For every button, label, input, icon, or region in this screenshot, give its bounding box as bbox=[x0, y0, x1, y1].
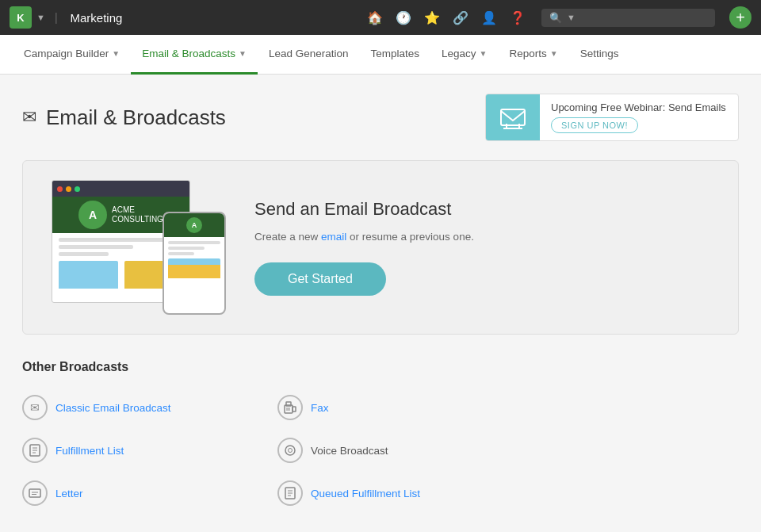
person-icon[interactable]: 👤 bbox=[481, 10, 497, 25]
page-header-row: ✉ Email & Broadcasts Upcoming Free Webin… bbox=[22, 94, 739, 141]
lead-generation-label: Lead Generation bbox=[269, 48, 349, 59]
app-name: Marketing bbox=[71, 11, 123, 25]
desktop-company-name: ACMECONSULTING bbox=[112, 205, 163, 224]
hero-subtitle: Create a new email or resume a previous … bbox=[254, 229, 709, 245]
mobile-line-2 bbox=[168, 247, 205, 250]
fulfillment-list-label[interactable]: Fulfillment List bbox=[55, 445, 124, 457]
logo-caret-icon[interactable]: ▼ bbox=[36, 13, 45, 22]
hero-subtitle-after: or resume a previous one. bbox=[346, 231, 474, 243]
search-input[interactable] bbox=[580, 12, 707, 24]
reports-label: Reports bbox=[509, 48, 546, 59]
campaign-builder-label: Campaign Builder bbox=[24, 48, 109, 59]
mobile-logo-inner: A bbox=[186, 217, 202, 233]
win-btn-max bbox=[75, 186, 80, 192]
broadcast-item-voice-broadcast: Voice Broadcast bbox=[277, 431, 514, 469]
add-button[interactable]: + bbox=[729, 6, 751, 29]
webinar-banner: Upcoming Free Webinar: Send Emails SIGN … bbox=[485, 94, 739, 141]
broadcast-item-fulfillment-list[interactable]: Fulfillment List bbox=[22, 431, 258, 469]
hero-title: Send an Email Broadcast bbox=[254, 199, 709, 220]
voice-broadcast-label: Voice Broadcast bbox=[311, 445, 388, 457]
svg-rect-5 bbox=[286, 402, 291, 406]
search-area[interactable]: 🔍 ▼ bbox=[541, 9, 715, 27]
get-started-button[interactable]: Get Started bbox=[254, 262, 386, 296]
legacy-caret-icon: ▼ bbox=[480, 49, 488, 58]
fax-icon bbox=[277, 395, 303, 420]
page-title: Email & Broadcasts bbox=[46, 105, 226, 130]
broadcast-item-queued-fulfillment[interactable]: Queued Fulfillment List bbox=[277, 474, 514, 512]
win-btn-close bbox=[57, 186, 63, 192]
queued-fulfillment-icon bbox=[277, 480, 303, 506]
webinar-text: Upcoming Free Webinar: Send Emails SIGN … bbox=[540, 95, 737, 140]
hero-subtitle-before: Create a new bbox=[254, 231, 321, 243]
top-nav-icons: 🏠 🕐 ⭐ 🔗 👤 ❓ bbox=[367, 10, 526, 25]
email-mobile-mockup: A bbox=[163, 212, 226, 315]
mobile-line-1 bbox=[168, 241, 220, 244]
webinar-title: Upcoming Free Webinar: Send Emails bbox=[551, 101, 726, 113]
templates-label: Templates bbox=[371, 48, 420, 59]
page-content: ✉ Email & Broadcasts Upcoming Free Webin… bbox=[0, 75, 761, 531]
svg-rect-6 bbox=[293, 407, 296, 411]
nav-item-lead-generation[interactable]: Lead Generation bbox=[258, 35, 360, 75]
search-caret[interactable]: ▼ bbox=[567, 13, 576, 22]
email-broadcasts-caret-icon: ▼ bbox=[239, 49, 247, 58]
nav-item-settings[interactable]: Settings bbox=[569, 35, 630, 75]
nav-item-templates[interactable]: Templates bbox=[360, 35, 431, 75]
mobile-chart bbox=[168, 258, 220, 278]
nav-item-reports[interactable]: Reports ▼ bbox=[498, 35, 568, 75]
fulfillment-list-icon bbox=[22, 438, 48, 463]
other-broadcasts-section: Other Broadcasts ✉ Classic Email Broadca… bbox=[22, 360, 739, 512]
nav-item-legacy[interactable]: Legacy ▼ bbox=[430, 35, 498, 75]
fax-label[interactable]: Fax bbox=[311, 402, 329, 414]
webinar-email-icon bbox=[499, 103, 527, 132]
svg-point-14 bbox=[289, 449, 293, 453]
contacts-icon[interactable]: 🔗 bbox=[453, 10, 468, 25]
chart-bar-1 bbox=[59, 261, 118, 289]
queued-fulfillment-label[interactable]: Queued Fulfillment List bbox=[311, 488, 420, 499]
hero-subtitle-link[interactable]: email bbox=[321, 231, 346, 243]
voice-broadcast-icon bbox=[277, 438, 303, 463]
desktop-logo-inner: A bbox=[78, 201, 107, 229]
logo-icon: K bbox=[10, 6, 32, 29]
campaign-builder-caret-icon: ▼ bbox=[112, 49, 120, 58]
nav-item-email-broadcasts[interactable]: Email & Broadcasts ▼ bbox=[131, 35, 258, 75]
settings-label: Settings bbox=[580, 48, 619, 59]
app-logo[interactable]: K ▼ bbox=[10, 6, 45, 29]
hero-card: A ACMECONSULTING A bbox=[22, 160, 739, 335]
mobile-chart-inner bbox=[168, 265, 220, 279]
classic-email-label[interactable]: Classic Email Broadcast bbox=[55, 402, 171, 414]
letter-icon bbox=[22, 480, 48, 506]
broadcasts-grid: ✉ Classic Email Broadcast Fax Fulfillmen… bbox=[22, 388, 514, 512]
broadcast-item-classic-email[interactable]: ✉ Classic Email Broadcast bbox=[22, 388, 258, 427]
favorites-icon[interactable]: ⭐ bbox=[424, 10, 440, 25]
desktop-window-header bbox=[52, 181, 189, 197]
secondary-nav: Campaign Builder ▼ Email & Broadcasts ▼ … bbox=[0, 35, 761, 75]
email-page-icon: ✉ bbox=[22, 107, 36, 128]
hero-content: Send an Email Broadcast Create a new ema… bbox=[254, 199, 709, 296]
broadcast-item-fax[interactable]: Fax bbox=[277, 388, 514, 427]
svg-point-13 bbox=[285, 446, 295, 455]
legacy-label: Legacy bbox=[442, 48, 476, 59]
webinar-icon-area bbox=[486, 94, 540, 140]
svg-rect-15 bbox=[29, 489, 40, 497]
help-icon[interactable]: ❓ bbox=[510, 10, 526, 25]
line-3 bbox=[59, 252, 109, 256]
letter-label[interactable]: Letter bbox=[55, 488, 83, 499]
other-broadcasts-title: Other Broadcasts bbox=[22, 360, 739, 374]
email-broadcasts-label: Email & Broadcasts bbox=[142, 48, 235, 59]
line-2 bbox=[59, 245, 133, 249]
win-btn-min bbox=[66, 186, 71, 192]
search-icon: 🔍 bbox=[549, 12, 562, 24]
history-icon[interactable]: 🕐 bbox=[396, 10, 411, 25]
mobile-body bbox=[164, 237, 224, 282]
mobile-line-3 bbox=[168, 252, 194, 255]
page-title-area: ✉ Email & Broadcasts bbox=[22, 105, 226, 130]
nav-item-campaign-builder[interactable]: Campaign Builder ▼ bbox=[13, 35, 131, 75]
reports-caret-icon: ▼ bbox=[550, 49, 558, 58]
mobile-header: A bbox=[164, 213, 224, 237]
classic-email-icon: ✉ bbox=[22, 395, 48, 420]
home-icon[interactable]: 🏠 bbox=[367, 10, 383, 25]
sign-up-button[interactable]: SIGN UP NOW! bbox=[551, 117, 638, 133]
hero-illustration: A ACMECONSULTING A bbox=[52, 180, 226, 315]
svg-rect-0 bbox=[501, 109, 525, 125]
broadcast-item-letter[interactable]: Letter bbox=[22, 474, 258, 512]
